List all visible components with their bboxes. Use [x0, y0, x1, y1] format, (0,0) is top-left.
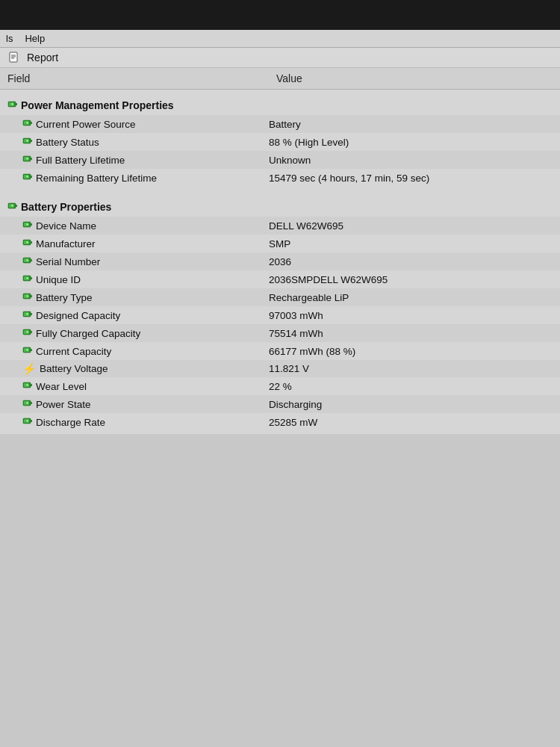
svg-rect-20 — [16, 205, 17, 207]
value-cell: Battery — [269, 119, 553, 130]
field-label: Device Name — [36, 220, 96, 232]
svg-rect-44 — [31, 349, 32, 351]
menu-help[interactable]: Help — [25, 33, 45, 44]
table-row: Remaining Battery Lifetime 15479 sec (4 … — [0, 169, 560, 187]
value-cell: Rechargeable LiP — [269, 292, 553, 303]
value-cell: 88 % (High Level) — [269, 137, 553, 148]
value-cell: Discharging — [269, 399, 553, 410]
table-row: Unique ID 2036SMPDELL W62W695 — [0, 270, 560, 288]
section-label: Power Management Properties — [21, 99, 174, 111]
battery-icon — [22, 380, 33, 392]
content: Field Value Power Management Properties … — [0, 68, 560, 434]
svg-rect-38 — [31, 313, 32, 315]
value-cell: 97003 mWh — [269, 310, 553, 321]
toolbar-label: Report — [27, 52, 58, 63]
field-label: Fully Charged Capacity — [36, 328, 140, 339]
svg-rect-23 — [31, 223, 32, 226]
svg-rect-14 — [31, 158, 32, 160]
field-label: Full Battery Lifetime — [36, 155, 125, 166]
svg-rect-11 — [31, 140, 32, 142]
menu-bar: ls Help — [0, 30, 560, 48]
svg-rect-17 — [31, 176, 32, 178]
col-value-header: Value — [276, 72, 553, 84]
battery-icon — [22, 172, 33, 184]
col-field-header: Field — [7, 72, 276, 84]
field-label: Current Capacity — [36, 346, 111, 357]
battery-icon — [22, 345, 33, 357]
value-cell: 2036 — [269, 256, 553, 267]
table-row: Full Battery Lifetime Unknown — [0, 151, 560, 169]
field-label: Current Power Source — [36, 119, 136, 130]
value-cell: 15479 sec (4 hours, 17 min, 59 sec) — [269, 173, 553, 184]
battery-icon — [22, 238, 33, 249]
section-header-battery-properties: Battery Properties — [0, 197, 560, 217]
table-header: Field Value — [0, 68, 560, 90]
value-cell: Unknown — [269, 155, 553, 166]
table-row: Serial Number 2036 — [0, 252, 560, 270]
battery-icon — [22, 327, 33, 339]
svg-rect-41 — [31, 331, 32, 333]
table-row: Current Power Source Battery — [0, 115, 560, 133]
svg-rect-50 — [31, 402, 32, 404]
field-label: Unique ID — [36, 274, 81, 285]
battery-icon — [22, 416, 33, 428]
battery-icon — [22, 255, 33, 267]
section-label: Battery Properties — [21, 201, 111, 213]
menu-ls[interactable]: ls — [6, 33, 13, 44]
field-label: Serial Number — [36, 256, 100, 267]
value-cell: 25285 mW — [269, 417, 553, 428]
battery-icon — [22, 309, 33, 321]
table-row: Battery Type Rechargeable LiP — [0, 288, 560, 306]
table-row: ⚡ Battery Voltage 11.821 V — [0, 360, 560, 377]
field-label: Battery Voltage — [40, 363, 108, 374]
svg-rect-5 — [16, 103, 17, 105]
section-header-power-management: Power Management Properties — [0, 96, 560, 115]
table-row: Power State Discharging — [0, 395, 560, 413]
field-label: Remaining Battery Lifetime — [36, 173, 157, 184]
value-cell: 2036SMPDELL W62W695 — [269, 274, 553, 285]
field-label: Designed Capacity — [36, 310, 120, 321]
value-cell: 11.821 V — [269, 363, 553, 374]
battery-icon — [22, 136, 33, 148]
battery-icon — [22, 291, 33, 303]
field-label: Power State — [36, 399, 91, 410]
table-row: Fully Charged Capacity 75514 mWh — [0, 324, 560, 342]
spacer — [0, 187, 560, 194]
bolt-icon: ⚡ — [22, 363, 37, 374]
svg-rect-29 — [31, 259, 32, 261]
table-row: Battery Status 88 % (High Level) — [0, 133, 560, 151]
value-cell: 75514 mWh — [269, 328, 553, 339]
svg-rect-35 — [31, 295, 32, 297]
svg-rect-8 — [31, 122, 32, 124]
battery-icon — [22, 118, 33, 130]
field-label: Manufacturer — [36, 238, 96, 249]
svg-rect-26 — [31, 241, 32, 244]
svg-rect-32 — [31, 277, 32, 279]
table-row: Discharge Rate 25285 mW — [0, 413, 560, 431]
value-cell: DELL W62W695 — [269, 220, 553, 232]
table-row: Current Capacity 66177 mWh (88 %) — [0, 342, 560, 360]
document-icon — [7, 51, 21, 64]
table-row: Device Name DELL W62W695 — [0, 217, 560, 235]
table-row: Manufacturer SMP — [0, 235, 560, 252]
top-bar — [0, 0, 560, 30]
table-row: Designed Capacity 97003 mWh — [0, 306, 560, 324]
svg-rect-47 — [31, 384, 32, 386]
table-row: Wear Level 22 % — [0, 377, 560, 395]
field-label: Wear Level — [36, 381, 87, 392]
battery-icon — [7, 201, 18, 213]
battery-icon — [22, 220, 33, 232]
value-cell: 22 % — [269, 381, 553, 392]
value-cell: SMP — [269, 238, 553, 249]
value-cell: 66177 mWh (88 %) — [269, 346, 553, 357]
battery-icon — [22, 154, 33, 166]
table-body: Power Management Properties Current Powe… — [0, 90, 560, 434]
battery-icon — [22, 273, 33, 285]
toolbar: Report — [0, 48, 560, 68]
field-label: Battery Status — [36, 137, 99, 148]
battery-icon — [7, 99, 18, 111]
battery-icon — [22, 398, 33, 410]
field-label: Battery Type — [36, 292, 93, 303]
field-label: Discharge Rate — [36, 417, 105, 428]
svg-rect-53 — [31, 420, 32, 422]
